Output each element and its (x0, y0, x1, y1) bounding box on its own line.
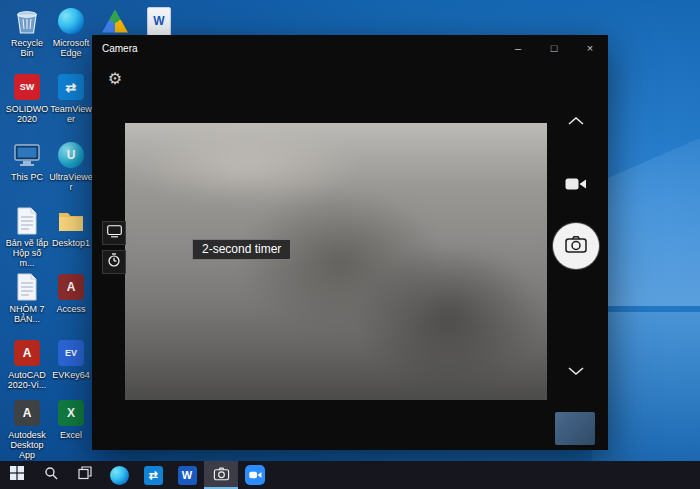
recycle-bin-icon (12, 6, 42, 36)
evkey-icon: EV (56, 338, 86, 368)
desktop-icon-label: Excel (49, 430, 93, 440)
teamviewer-icon: ⇄ (144, 466, 163, 485)
viewfinder-image (125, 123, 547, 400)
desktop-icon-label: Bản vẽ lắp Hộp số m... (5, 238, 49, 268)
desktop-icon-ban-ve-lap[interactable]: Bản vẽ lắp Hộp số m... (5, 206, 49, 268)
this-pc-icon (12, 140, 42, 170)
maximize-button[interactable]: □ (536, 35, 572, 61)
task-view-button[interactable] (68, 461, 102, 489)
title-bar[interactable]: Camera – □ × (92, 35, 608, 61)
autodesk-icon: A (12, 398, 42, 428)
desktop-icon-label: EVKey64 (49, 370, 93, 380)
desktop-icon-google-drive[interactable] (93, 6, 137, 38)
camera-icon (213, 466, 230, 485)
wallpaper-logo-beam-bottom (592, 312, 700, 461)
desktop-icon-microsoft-edge[interactable]: Microsoft Edge (49, 6, 93, 58)
chevron-up-icon (567, 112, 585, 130)
desktop-icon-label: SOLIDWO 2020 (5, 104, 49, 124)
camera-icon (564, 234, 588, 258)
gear-icon: ⚙ (108, 69, 122, 88)
desktop-icon-word-document[interactable]: W (137, 6, 181, 38)
timer-icon (107, 253, 121, 271)
access-icon: A (56, 272, 86, 302)
chevron-down-icon (567, 362, 585, 380)
photo-thumbnail[interactable] (555, 412, 595, 445)
hdr-icon (107, 224, 122, 242)
edge-icon (110, 466, 129, 485)
wallpaper-logo-beam-top (592, 138, 700, 306)
window-title: Camera (92, 43, 500, 54)
word-document-icon: W (144, 6, 174, 36)
desktop-icon-label: AutoCAD 2020-Vi... (5, 370, 49, 390)
minimize-button[interactable]: – (500, 35, 536, 61)
desktop-icon-autodesk-desktop-app[interactable]: A Autodesk Desktop App (5, 398, 49, 460)
desktop-icon-label: Desktop1 (49, 238, 93, 248)
desktop-icon-label: Autodesk Desktop App (5, 430, 49, 460)
word-icon: W (178, 466, 197, 485)
scroll-down-button[interactable] (564, 363, 588, 379)
desktop-icon-access[interactable]: A Access (49, 272, 93, 314)
desktop-icon-ultraviewer[interactable]: U UltraViewer (49, 140, 93, 192)
search-icon (44, 466, 58, 484)
taskbar-word[interactable]: W (170, 461, 204, 489)
desktop-icon-nhom-7-ban[interactable]: NHÓM 7 BẢN... (5, 272, 49, 324)
document-icon (12, 206, 42, 236)
taskbar: ⇄ W (0, 461, 700, 489)
document-icon (12, 272, 42, 302)
window-controls: – □ × (500, 35, 608, 61)
settings-button[interactable]: ⚙ (104, 67, 126, 89)
task-view-icon (78, 466, 92, 484)
desktop-icon-label: UltraViewer (49, 172, 93, 192)
camera-viewfinder (125, 123, 547, 400)
desktop-icon-solidworks[interactable]: SW SOLIDWO 2020 (5, 72, 49, 124)
taskbar-zoom[interactable] (238, 461, 272, 489)
timer-button[interactable] (102, 250, 126, 274)
taskbar-camera[interactable] (204, 461, 238, 489)
desktop-icon-this-pc[interactable]: This PC (5, 140, 49, 182)
desktop-icon-desktop1-folder[interactable]: Desktop1 (49, 206, 93, 248)
google-drive-icon (100, 6, 130, 36)
desktop-icon-evkey64[interactable]: EV EVKey64 (49, 338, 93, 380)
folder-icon (56, 206, 86, 236)
desktop-icon-label: Access (49, 304, 93, 314)
scroll-up-button[interactable] (564, 113, 588, 129)
video-camera-icon (565, 176, 587, 196)
desktop-icon-label: This PC (5, 172, 49, 182)
take-photo-button[interactable] (553, 223, 599, 269)
autocad-icon: A (12, 338, 42, 368)
desktop-icon-teamviewer[interactable]: ⇄ TeamViewer (49, 72, 93, 124)
desktop-icon-label: Microsoft Edge (49, 38, 93, 58)
desktop-icon-recycle-bin[interactable]: Recycle Bin (5, 6, 49, 58)
taskbar-edge[interactable] (102, 461, 136, 489)
excel-icon: X (56, 398, 86, 428)
ultraviewer-icon: U (56, 140, 86, 170)
desktop-icon-label: TeamViewer (49, 104, 93, 124)
desktop-icon-label: NHÓM 7 BẢN... (5, 304, 49, 324)
desktop-icon-excel[interactable]: X Excel (49, 398, 93, 440)
windows-logo-icon (10, 466, 24, 484)
solidworks-icon: SW (12, 72, 42, 102)
desktop-icon-autocad[interactable]: A AutoCAD 2020-Vi... (5, 338, 49, 390)
start-button[interactable] (0, 461, 34, 489)
taskbar-teamviewer[interactable]: ⇄ (136, 461, 170, 489)
timer-tooltip: 2-second timer (192, 239, 291, 260)
zoom-icon (245, 465, 265, 485)
search-button[interactable] (34, 461, 68, 489)
close-button[interactable]: × (572, 35, 608, 61)
teamviewer-icon: ⇄ (56, 72, 86, 102)
desktop-icon-label: Recycle Bin (5, 38, 49, 58)
edge-icon (56, 6, 86, 36)
video-mode-button[interactable] (558, 173, 594, 199)
camera-window: Camera – □ × ⚙ 2-second timer (92, 35, 608, 450)
hdr-button[interactable] (102, 221, 126, 245)
